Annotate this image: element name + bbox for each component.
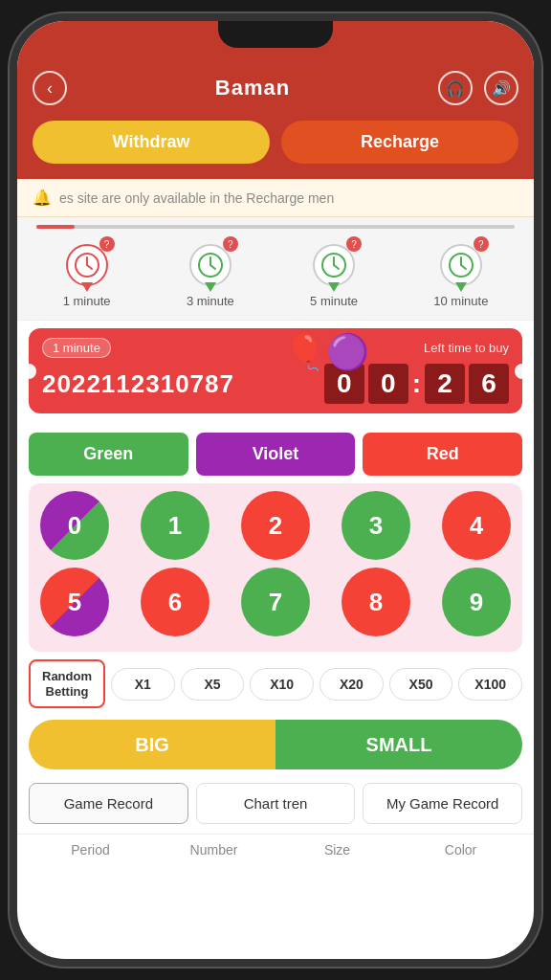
tab-chart-tren[interactable]: Chart tren bbox=[196, 783, 356, 824]
timer-tab-5min[interactable]: ? 5 minute bbox=[310, 240, 358, 308]
question-badge-1min: ? bbox=[99, 236, 115, 252]
number-ball-1[interactable]: 1 bbox=[141, 491, 209, 560]
status-bar bbox=[17, 21, 534, 63]
number-ball-7[interactable]: 7 bbox=[241, 568, 310, 636]
number-ball-0[interactable]: 0 bbox=[40, 491, 109, 560]
multiplier-x10[interactable]: X10 bbox=[250, 668, 314, 701]
number-row-bottom: 5 6 7 8 9 bbox=[40, 568, 511, 636]
progress-bar bbox=[36, 225, 515, 229]
timer-circle-10min bbox=[440, 244, 482, 286]
big-small-row: BIG SMALL bbox=[29, 720, 522, 769]
number-ball-3[interactable]: 3 bbox=[342, 491, 410, 560]
timer-circle-1min bbox=[66, 244, 108, 286]
timer-label-1min: 1 minute bbox=[63, 294, 111, 308]
multiplier-x50[interactable]: X50 bbox=[389, 668, 453, 701]
svg-line-2 bbox=[87, 265, 92, 269]
countdown-box-3: 6 bbox=[469, 364, 509, 404]
countdown-colon: : bbox=[412, 368, 421, 399]
header: ‹ Baman 🎧 🔊 bbox=[17, 63, 534, 117]
timer-tab-3min[interactable]: ? 3 minute bbox=[187, 240, 234, 308]
app-title: Baman bbox=[215, 76, 290, 100]
balloon-decoration: 🎈🟣 bbox=[283, 332, 369, 372]
sound-icon[interactable]: 🔊 bbox=[484, 71, 518, 105]
svg-line-11 bbox=[461, 265, 466, 269]
col-size: Size bbox=[276, 842, 399, 858]
question-badge-3min: ? bbox=[223, 236, 238, 252]
timer-label-3min: 3 minute bbox=[187, 294, 234, 308]
red-button[interactable]: Red bbox=[363, 433, 522, 476]
timer-tab-1min[interactable]: ? 1 minute bbox=[63, 240, 111, 308]
notice-icon: 🔔 bbox=[33, 189, 52, 207]
number-ball-9[interactable]: 9 bbox=[442, 568, 511, 636]
timer-tabs: ? 1 minute ? 3 minute bbox=[17, 229, 534, 321]
game-ticket: 1 minute Left time to buy 2022112310787 … bbox=[29, 328, 522, 413]
multiplier-x1[interactable]: X1 bbox=[111, 668, 175, 701]
col-number: Number bbox=[152, 842, 276, 858]
timer-label-10min: 10 minute bbox=[433, 294, 488, 308]
notice-bar: 🔔 es site are only available in the Rech… bbox=[17, 179, 534, 217]
number-ball-6[interactable]: 6 bbox=[141, 568, 209, 636]
number-ball-4[interactable]: 4 bbox=[442, 491, 511, 560]
tab-my-game-record[interactable]: My Game Record bbox=[363, 783, 522, 824]
multiplier-row: RandomBetting X1 X5 X10 X20 X50 X100 bbox=[17, 652, 534, 716]
notch bbox=[218, 21, 333, 48]
multiplier-x100[interactable]: X100 bbox=[458, 668, 522, 701]
number-ball-5[interactable]: 5 bbox=[40, 568, 109, 636]
question-badge-10min: ? bbox=[474, 236, 489, 252]
notice-text: es site are only available in the Rechar… bbox=[59, 190, 334, 206]
timer-pin-1min bbox=[81, 282, 93, 292]
col-color: Color bbox=[399, 842, 522, 858]
ticket-top: 1 minute Left time to buy bbox=[42, 338, 509, 358]
countdown-box-1: 0 bbox=[368, 364, 408, 404]
ticket-minute-badge: 1 minute bbox=[42, 338, 111, 358]
number-row-top: 0 1 2 3 4 bbox=[40, 491, 511, 560]
header-icons: 🎧 🔊 bbox=[438, 71, 518, 105]
phone-frame: ‹ Baman 🎧 🔊 Withdraw Recharge 🔔 es site … bbox=[17, 21, 534, 959]
green-button[interactable]: Green bbox=[29, 433, 188, 476]
svg-line-8 bbox=[334, 265, 339, 269]
recharge-button[interactable]: Recharge bbox=[281, 121, 518, 164]
countdown-box-2: 2 bbox=[425, 364, 465, 404]
color-buttons: Green Violet Red bbox=[17, 421, 534, 483]
timer-pin-10min bbox=[455, 282, 467, 292]
tab-game-record[interactable]: Game Record bbox=[29, 783, 188, 824]
timer-tab-10min[interactable]: ? 10 minute bbox=[433, 240, 488, 308]
table-header: Period Number Size Color bbox=[17, 834, 534, 865]
bottom-tabs: Game Record Chart tren My Game Record bbox=[17, 773, 534, 834]
timer-circle-5min bbox=[313, 244, 355, 286]
ticket-bottom: 2022112310787 0 0 : 2 6 bbox=[42, 364, 509, 404]
timer-label-5min: 5 minute bbox=[310, 294, 358, 308]
small-button[interactable]: SMALL bbox=[276, 720, 522, 769]
multiplier-x5[interactable]: X5 bbox=[181, 668, 245, 701]
number-ball-8[interactable]: 8 bbox=[342, 568, 410, 636]
number-ball-2[interactable]: 2 bbox=[241, 491, 310, 560]
question-badge-5min: ? bbox=[346, 236, 362, 252]
timer-pin-3min bbox=[205, 282, 216, 292]
left-time-label: Left time to buy bbox=[424, 341, 509, 355]
withdraw-button[interactable]: Withdraw bbox=[33, 121, 270, 164]
timer-circle-3min bbox=[189, 244, 231, 286]
multiplier-x20[interactable]: X20 bbox=[320, 668, 384, 701]
ticket-number: 2022112310787 bbox=[42, 369, 234, 399]
big-button[interactable]: BIG bbox=[29, 720, 276, 769]
timer-pin-5min bbox=[328, 282, 340, 292]
violet-button[interactable]: Violet bbox=[196, 433, 356, 476]
action-buttons: Withdraw Recharge bbox=[17, 117, 534, 179]
number-grid: 0 1 2 3 4 5 6 7 8 9 bbox=[29, 483, 522, 652]
back-button[interactable]: ‹ bbox=[33, 71, 67, 105]
col-period: Period bbox=[29, 842, 152, 858]
svg-line-5 bbox=[210, 265, 215, 269]
random-betting-button[interactable]: RandomBetting bbox=[29, 659, 105, 708]
headset-icon[interactable]: 🎧 bbox=[438, 71, 473, 105]
